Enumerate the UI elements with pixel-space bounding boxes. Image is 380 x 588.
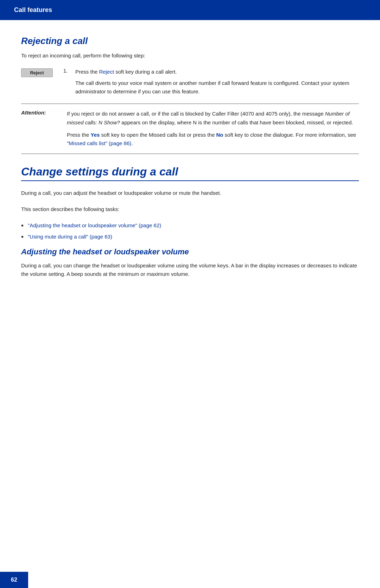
bullet-dot: • <box>21 233 24 241</box>
headset-link[interactable]: "Adjusting the headset or loudspeaker vo… <box>28 221 161 230</box>
step-text-post: soft key during a call alert. <box>114 69 177 75</box>
page-header: Call features <box>0 0 380 20</box>
attention-para2: Press the Yes soft key to open the Misse… <box>67 131 359 148</box>
bullet-dot: • <box>21 221 24 230</box>
page-footer: 62 <box>0 572 28 588</box>
step-number: 1. <box>63 68 70 74</box>
step-container: Reject 1. Press the Reject soft key duri… <box>21 68 359 96</box>
change-settings-intro1: During a call, you can adjust the headse… <box>21 189 359 197</box>
rejecting-call-intro: To reject an incoming call, perform the … <box>21 51 359 60</box>
attention-label: Attention: <box>21 110 60 116</box>
chapter-heading-wrapper: Change settings during a call <box>21 165 359 181</box>
reject-link[interactable]: Reject <box>99 69 114 75</box>
main-content: Rejecting a call To reject an incoming c… <box>0 20 380 314</box>
missed-calls-link[interactable]: "Missed calls list" (page 86) <box>67 140 131 146</box>
list-item: • "Adjusting the headset or loudspeaker … <box>21 221 359 230</box>
attention-para2-end-pre: soft key to close the dialogue. For more… <box>223 132 356 138</box>
attention-para1: If you reject or do not answer a call, o… <box>67 110 359 127</box>
step-text-pre: Press the <box>75 69 99 75</box>
header-title: Call features <box>14 6 52 14</box>
change-settings-links-list: • "Adjusting the headset or loudspeaker … <box>21 221 359 241</box>
adjusting-volume-heading: Adjusting the headset or loudspeaker vol… <box>21 247 359 256</box>
step-text: Press the Reject soft key during a call … <box>75 68 177 76</box>
attention-para1-post: appears on the display, where N is the n… <box>120 119 353 125</box>
change-settings-intro2: This section describes the following tas… <box>21 205 359 213</box>
attention-para2-pre: Press the <box>67 132 91 138</box>
attention-para1-pre: If you reject or do not answer a call, o… <box>67 111 325 117</box>
rejecting-call-heading: Rejecting a call <box>21 36 359 47</box>
adjusting-volume-section: Adjusting the headset or loudspeaker vol… <box>21 247 359 278</box>
attention-box: Attention: If you reject or do not answe… <box>21 104 359 154</box>
attention-yes-link: Yes <box>91 132 100 138</box>
change-settings-section: Change settings during a call During a c… <box>21 165 359 241</box>
page-number: 62 <box>11 577 17 583</box>
list-item: • "Using mute during a call" (page 63) <box>21 233 359 241</box>
change-settings-heading: Change settings during a call <box>21 165 359 178</box>
attention-no-link: No <box>216 132 223 138</box>
attention-para2-mid: soft key to open the Missed calls list o… <box>100 132 216 138</box>
step-content: 1. Press the Reject soft key during a ca… <box>63 68 359 96</box>
adjusting-volume-body: During a call, you can change the headse… <box>21 261 359 278</box>
step-line: 1. Press the Reject soft key during a ca… <box>63 68 359 76</box>
rejecting-call-section: Rejecting a call To reject an incoming c… <box>21 36 359 154</box>
attention-content: If you reject or do not answer a call, o… <box>67 110 359 148</box>
mute-link[interactable]: "Using mute during a call" (page 63) <box>28 233 112 241</box>
step-subtext: The call diverts to your voice mail syst… <box>75 79 359 96</box>
reject-button-image: Reject <box>21 68 53 77</box>
attention-para2-end: . <box>131 140 133 146</box>
